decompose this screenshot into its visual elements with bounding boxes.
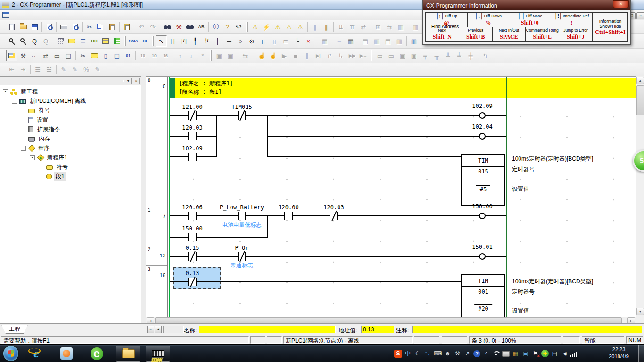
compile-check[interactable] [43,21,55,33]
step-out[interactable]: ↳ [335,50,347,61]
toolbar-grip[interactable] [3,50,4,61]
launch-tray-icon[interactable]: ↗ [463,350,471,358]
tree-label[interactable]: 内存 [37,134,51,143]
rung-list[interactable]: ☰ [77,35,89,47]
toolbar-grip[interactable] [253,50,254,61]
compare-with-plc[interactable]: ⇄ [358,21,369,33]
mark-pen-x[interactable]: ✎ [92,64,103,75]
contact-nc-p-on[interactable]: P_On [238,252,246,261]
ladder-view[interactable] [100,35,111,47]
symbol-table-window[interactable] [89,50,100,61]
win-pair-2[interactable]: ▣ [225,50,236,61]
toolbar-grip[interactable] [152,36,154,46]
undo[interactable]: ↶ [136,21,147,33]
output-window[interactable]: ⚒ [17,50,29,61]
tree-label[interactable]: 符号 [37,106,51,115]
zoom-custom[interactable] [17,35,29,47]
tree-item-instructions[interactable]: 扩展指令 [0,124,141,134]
compare-programs[interactable]: ≣ [334,35,345,47]
new-instruction-grey[interactable]: ▯ [269,35,280,47]
new-instruction[interactable]: ▯ [257,35,269,47]
align-list-2[interactable]: ☱ [43,64,55,75]
tree-label[interactable]: 新程序1 [46,153,69,162]
pause-trigger[interactable]: ☝ [267,50,279,61]
contact-no-102-09[interactable]: 102.09 [188,153,197,161]
open-file[interactable] [17,21,29,33]
delete-line[interactable]: × [303,35,314,47]
mark-pen-1[interactable]: ✎ [58,64,69,75]
ime-moon-icon[interactable]: ☾ [414,350,422,358]
rung-header-3[interactable]: 3 16 [146,266,167,317]
hidden-icons-chevron[interactable]: ˄ [482,350,490,358]
new-coil-nc[interactable]: ⊘ [246,35,257,47]
contact-no-150-00[interactable]: 150.00 [188,233,197,241]
help[interactable]: ? [222,21,233,33]
pause[interactable]: ∥ [321,21,332,33]
tim-015-block[interactable]: TIM 015 #5 [461,154,505,206]
plc-offline-grey[interactable]: ▦ [319,35,330,47]
download-to-plc[interactable]: ⇊ [335,21,347,33]
sim-cmt-2[interactable]: ▭ [386,50,397,61]
save[interactable] [29,21,40,33]
network-signal-icon[interactable] [570,352,577,357]
display-tray-icon[interactable] [502,351,510,357]
context-help[interactable]: ↖? [233,21,244,33]
zoom-out[interactable]: Q [29,35,40,47]
io-comment-view[interactable]: ▤ [111,50,123,61]
force-on[interactable]: ↑ [174,50,186,61]
tree-item-section1[interactable]: 段1 [0,172,141,181]
info-window-titlebar[interactable]: CX-Programmer Information × [423,0,630,10]
symbol-auto-create[interactable]: SMA [128,35,139,47]
mdi-child-icon[interactable] [2,12,9,18]
io-monitor-window[interactable]: HH [89,35,100,47]
zoom-fit[interactable]: Q [40,35,51,47]
tree-label[interactable]: 段1 [54,172,66,181]
action-center-flag-icon[interactable]: ⚑ [531,350,539,358]
tree-item-project[interactable]: -新工程 [0,87,141,96]
edit-grey-4[interactable]: ▥ [394,35,405,47]
paste[interactable] [107,21,118,33]
mnemonic-view[interactable] [111,35,123,47]
scroll-down-button[interactable]: ▼ [636,308,644,315]
workspace-close-button[interactable]: × [133,78,140,84]
replace[interactable] [184,21,196,33]
upload-from-plc[interactable]: ⇈ [347,21,358,33]
child-close-button[interactable]: × [636,12,644,19]
tree-label[interactable]: 扩展指令 [36,125,61,134]
online-work[interactable]: ⚡ [261,21,272,33]
clipboard-tray-icon[interactable]: ▤ [551,350,559,358]
volume-icon[interactable]: ◀) [561,350,569,358]
toolbar-grip[interactable] [246,22,248,32]
toolbar-grip[interactable] [210,50,212,61]
print-preview[interactable] [69,21,81,33]
start-button[interactable] [3,346,18,361]
vertical-scrollbar[interactable]: ▲ ▼ [636,76,644,317]
wmp-taskbar-icon[interactable] [59,347,74,360]
ladder-monitor-pair[interactable]: ▥ [408,35,420,47]
continuous-step[interactable]: ▶▶ [347,50,358,61]
select-mode[interactable]: ↖ [156,35,167,47]
cx-programmer-information-window[interactable]: CX-Programmer Information × ┤↑├Diff-Up@┤… [422,0,631,45]
paste-rung[interactable] [121,21,132,33]
help-tray-icon[interactable]: ? [473,350,480,357]
tree-expander[interactable]: - [3,89,8,94]
io-table[interactable]: ✂ [77,50,89,61]
monitor-decimal[interactable]: 10 [137,50,149,61]
change-address[interactable]: ⚒ [173,21,184,33]
memory-view[interactable]: 01 [123,50,134,61]
name-field[interactable] [199,326,336,333]
indent-increase[interactable]: ⇥ [17,64,29,75]
info-window-close-button[interactable]: × [613,0,629,8]
map-tray-icon[interactable]: ▣ [521,350,529,358]
taskbar-clock[interactable]: 22:23 2018/4/9 [609,346,629,360]
force-cancel[interactable]: * [197,50,208,61]
watch-window[interactable]: ⌐⌐ [29,50,40,61]
coil-102-09[interactable]: 102.09 [479,112,486,119]
sim-transfer[interactable]: ⇆ [384,21,395,33]
show-desktop-button[interactable] [638,345,644,362]
zoom-in[interactable] [6,35,17,47]
toolbar-grip[interactable] [3,65,4,75]
new-file[interactable] [6,21,17,33]
ie-taskbar-icon[interactable]: e [29,347,43,360]
force-off[interactable]: ↓ [186,50,197,61]
